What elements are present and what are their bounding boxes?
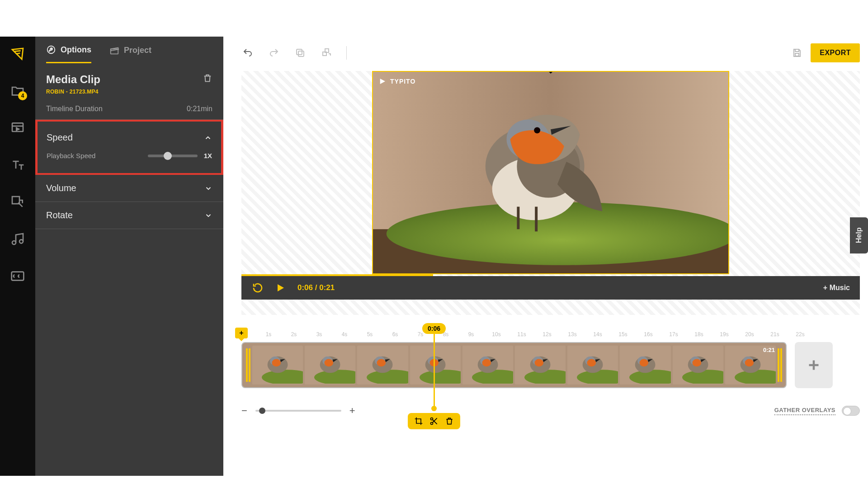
nav-text[interactable] — [9, 157, 26, 173]
svg-point-4 — [19, 239, 23, 243]
media-count-badge: 4 — [18, 91, 27, 100]
add-clip-button[interactable] — [795, 342, 833, 388]
speed-header[interactable]: Speed — [47, 132, 212, 143]
rotate-section: Rotate — [35, 202, 223, 229]
nav-elements[interactable] — [9, 194, 26, 210]
nav-music[interactable] — [9, 231, 26, 247]
svg-point-68 — [640, 359, 649, 366]
zoom-control: − + — [241, 405, 355, 417]
ruler-tick: 18s — [686, 331, 712, 338]
ruler-tick: 6s — [382, 331, 408, 338]
media-clip-filename: ROBIN - 21723.MP4 — [46, 89, 100, 95]
watermark: TYPITO — [378, 77, 415, 85]
ruler-tick: 7s — [408, 331, 433, 338]
svg-rect-9 — [297, 49, 302, 55]
svg-point-53 — [482, 359, 491, 366]
clapper-icon — [109, 46, 119, 56]
ruler-tick: 9s — [458, 331, 484, 338]
video-preview[interactable]: TYPITO Replace — [372, 71, 729, 274]
svg-point-38 — [325, 359, 334, 366]
ruler-tick: 14s — [585, 331, 610, 338]
clip-duration-label: 0:21 — [763, 347, 775, 353]
timeline-clip[interactable]: 0:21 — [241, 342, 787, 388]
speed-section: Speed Playback Speed 1X — [35, 120, 223, 175]
clip-trim-right[interactable] — [778, 348, 782, 382]
play-bar: 0:06 / 0:21 + Music — [241, 276, 860, 300]
speed-slider[interactable] — [148, 155, 198, 157]
ruler-tick: 11s — [509, 331, 534, 338]
zoom-slider[interactable] — [255, 410, 341, 412]
ruler-tick: 15s — [610, 331, 636, 338]
ruler-tick: 16s — [636, 331, 661, 338]
media-clip-title: Media Clip — [46, 73, 100, 86]
svg-point-3 — [12, 241, 16, 244]
volume-header[interactable]: Volume — [46, 183, 212, 193]
svg-rect-12 — [795, 49, 799, 52]
main-area: EXPORT — [223, 37, 868, 476]
rotate-header[interactable]: Rotate — [46, 210, 212, 221]
layer-button[interactable] — [320, 47, 333, 59]
progress-indicator[interactable] — [241, 274, 433, 276]
rotate-title: Rotate — [46, 210, 73, 221]
tab-project-label: Project — [124, 46, 151, 55]
svg-point-81 — [431, 422, 433, 425]
svg-marker-1 — [16, 128, 19, 130]
svg-point-33 — [272, 359, 281, 366]
chevron-down-icon — [204, 211, 212, 220]
ruler-tick: 19s — [712, 331, 737, 338]
nav-templates[interactable] — [9, 120, 26, 136]
svg-rect-24 — [535, 206, 538, 231]
duration-label: Timeline Duration — [46, 105, 103, 113]
clip-thumbnails — [252, 346, 776, 385]
ruler-tick: 3s — [307, 331, 332, 338]
ruler-tick: 4s — [332, 331, 357, 338]
ruler-tick: 21s — [762, 331, 788, 338]
timeline-ruler[interactable]: 1s2s3s4s5s6s7s8s9s10s11s12s13s14s15s16s1… — [256, 331, 860, 338]
logo-icon[interactable] — [9, 46, 26, 62]
zoom-in-button[interactable]: + — [349, 405, 355, 417]
save-button[interactable] — [791, 47, 803, 59]
tab-options-label: Options — [61, 45, 91, 55]
timeline-footer: − + GATHER OVERLAYS — [241, 403, 860, 419]
rewind-button[interactable] — [252, 282, 263, 293]
ruler-tick: 2s — [281, 331, 307, 338]
svg-point-78 — [745, 359, 754, 366]
timeline: + 1s2s3s4s5s6s7s8s9s10s11s12s13s14s15s16… — [241, 331, 860, 388]
zoom-out-button[interactable]: − — [241, 405, 247, 417]
svg-point-21 — [534, 127, 540, 133]
ruler-tick: 10s — [484, 331, 509, 338]
zoom-slider-knob[interactable] — [259, 408, 265, 414]
ruler-tick: 22s — [788, 331, 813, 338]
svg-point-43 — [377, 359, 386, 366]
ruler-tick: 12s — [534, 331, 560, 338]
add-track-button[interactable]: + — [235, 328, 248, 338]
preview-image — [373, 72, 728, 274]
duplicate-button[interactable] — [294, 47, 307, 59]
ruler-tick: 8s — [433, 331, 458, 338]
clip-trim-left[interactable] — [246, 348, 250, 382]
help-tab[interactable]: Help — [850, 217, 868, 253]
svg-rect-13 — [795, 53, 799, 56]
export-button[interactable]: EXPORT — [811, 43, 860, 62]
ruler-tick: 13s — [560, 331, 585, 338]
ruler-tick: 17s — [661, 331, 686, 338]
volume-section: Volume — [35, 175, 223, 202]
nav-media-folder[interactable]: 4 — [9, 83, 26, 99]
playback-speed-label: Playback Speed — [47, 152, 95, 160]
ruler-tick: 1s — [256, 331, 281, 338]
options-panel: Options Project Media Clip ROBIN - 21723… — [35, 37, 223, 476]
undo-button[interactable] — [241, 47, 254, 59]
add-music-button[interactable]: + Music — [823, 284, 850, 292]
speed-slider-knob[interactable] — [164, 152, 172, 160]
redo-button[interactable] — [268, 47, 280, 59]
tab-options[interactable]: Options — [46, 45, 91, 63]
separator — [346, 46, 347, 60]
svg-marker-29 — [278, 284, 284, 291]
nav-captions[interactable] — [9, 268, 26, 284]
gather-overlays-toggle[interactable] — [842, 406, 860, 416]
delete-clip-button[interactable] — [203, 73, 212, 83]
tab-project[interactable]: Project — [109, 45, 151, 63]
wrench-icon — [46, 45, 56, 55]
play-button[interactable] — [275, 282, 286, 293]
gather-overlays-label: GATHER OVERLAYS — [774, 407, 835, 415]
